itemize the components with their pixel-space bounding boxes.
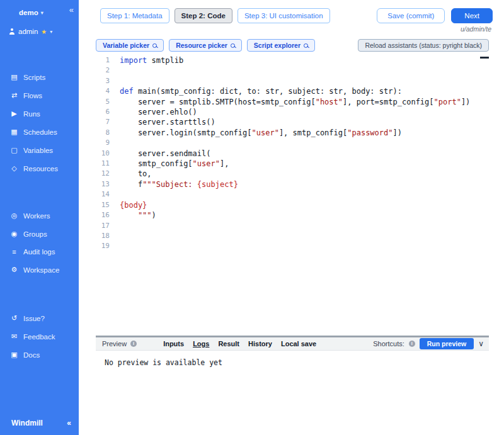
line-number: 17	[96, 221, 110, 231]
line-number: 12	[96, 169, 110, 179]
preview-message: No preview is available yet	[105, 358, 222, 367]
line-number: 14	[96, 189, 110, 200]
line-number: 9	[96, 138, 110, 148]
code-line: 18	[96, 231, 489, 241]
run-preview-button[interactable]: Run preview	[420, 338, 474, 349]
code-line: 10 server.sendmail(	[96, 149, 489, 159]
user-menu[interactable]: admin ★ ▾	[0, 16, 79, 35]
sidebar-footer-collapse-icon[interactable]: «	[67, 419, 71, 427]
resource-icon: ◇	[10, 164, 18, 172]
chevron-down-icon: ▾	[41, 10, 43, 16]
script-explorer-button[interactable]: Script explorer	[247, 39, 315, 52]
sidebar-item-label: Issue?	[23, 315, 45, 322]
worker-icon: ◎	[10, 212, 18, 220]
line-content: server.starttls()	[120, 117, 215, 127]
line-number: 2	[96, 65, 110, 76]
code-line: 14	[96, 189, 489, 200]
line-content: {body}	[120, 200, 147, 210]
sidebar-item-resources[interactable]: ◇Resources	[0, 159, 79, 178]
code-line: 2	[96, 65, 489, 76]
sidebar-item-feedback[interactable]: ✉Feedback	[0, 327, 79, 346]
resource-picker-button[interactable]: Resource picker	[169, 39, 242, 52]
sidebar-item-runs[interactable]: ▶Runs	[0, 105, 79, 123]
line-number: 11	[96, 159, 110, 169]
code-line: 8 server.login(smtp_config["user"], smtp…	[96, 128, 489, 138]
brand-label: Windmill	[11, 419, 43, 427]
code-line: 15{body}	[96, 200, 489, 210]
sidebar-item-label: Resources	[23, 165, 58, 172]
code-line: 9	[96, 138, 489, 148]
sidebar-item-label: Docs	[23, 351, 40, 359]
sidebar-item-docs[interactable]: ▣Docs	[0, 346, 79, 364]
sidebar-group-help: ↺Issue?✉Feedback▣Docs	[0, 309, 79, 364]
line-number: 8	[96, 128, 110, 138]
tab-inputs[interactable]: Inputs	[163, 340, 184, 347]
picker-label: Variable picker	[103, 42, 149, 49]
code-line: 12 to,	[96, 169, 489, 179]
line-content: smtp_config["user"],	[120, 159, 229, 169]
sidebar-item-variables[interactable]: ▢Variables	[0, 141, 79, 159]
workspace-switcher[interactable]: demo ▾	[0, 0, 79, 16]
sidebar-item-schedules[interactable]: ▦Schedules	[0, 123, 79, 141]
sidebar: « demo ▾ admin ★ ▾ ▤Scripts⇄Flows▶Runs▦S…	[0, 0, 79, 435]
line-number: 4	[96, 86, 110, 96]
save-commit-button[interactable]: Save (commit)	[377, 8, 445, 23]
preview-content: No preview is available yet	[96, 351, 489, 435]
code-editor[interactable]: 1import smtplib234def main(smtp_config: …	[96, 55, 489, 336]
user-icon	[9, 28, 15, 35]
picker-buttons: Variable pickerResource pickerScript exp…	[96, 39, 315, 52]
sidebar-item-workspace[interactable]: ⚙Workspace	[0, 261, 79, 279]
line-content: server.sendmail(	[120, 149, 211, 159]
code-icon: ▤	[10, 73, 18, 81]
search-icon	[304, 43, 308, 48]
wizard-steps: Step 1: MetadataStep 2: CodeStep 3: UI c…	[100, 8, 330, 23]
sidebar-item-issue[interactable]: ↺Issue?	[0, 309, 79, 327]
sidebar-item-flows[interactable]: ⇄Flows	[0, 86, 79, 105]
workspace-name: demo	[19, 9, 38, 16]
play-icon: ▶	[10, 110, 18, 118]
sidebar-item-workers[interactable]: ◎Workers	[0, 206, 79, 225]
line-number: 5	[96, 97, 110, 107]
info-icon: i	[409, 341, 415, 347]
preview-tabs: InputsLogsResultHistoryLocal save	[163, 340, 316, 347]
wizard-step-1[interactable]: Step 1: Metadata	[100, 8, 169, 23]
calendar-icon: ▦	[10, 128, 18, 136]
sidebar-item-label: Audit logs	[23, 248, 55, 256]
next-button[interactable]: Next	[451, 8, 493, 23]
sidebar-item-groups[interactable]: ◉Groups	[0, 225, 79, 243]
reload-assistants-button[interactable]: Reload assistants (status: pyright black…	[358, 39, 489, 52]
issue-icon: ↺	[10, 314, 18, 322]
variable-picker-button[interactable]: Variable picker	[96, 39, 164, 52]
picker-label: Script explorer	[254, 42, 301, 49]
script-path: u/admin/te	[79, 23, 504, 33]
sidebar-item-audit-logs[interactable]: ≡Audit logs	[0, 243, 79, 261]
line-content: def main(smtp_config: dict, to: str, sub…	[120, 86, 402, 96]
shortcuts-label: Shortcuts:	[373, 340, 404, 347]
tab-result[interactable]: Result	[218, 340, 239, 347]
sidebar-collapse-icon[interactable]: «	[69, 5, 74, 14]
collapse-panel-icon[interactable]: ∨	[478, 339, 484, 348]
line-number: 16	[96, 210, 110, 220]
user-name: admin	[18, 28, 38, 35]
wizard-step-2[interactable]: Step 2: Code	[175, 8, 232, 23]
sidebar-item-label: Flows	[23, 92, 42, 99]
editor-scrollbar[interactable]	[480, 57, 489, 59]
sidebar-item-scripts[interactable]: ▤Scripts	[0, 68, 79, 86]
tab-history[interactable]: History	[248, 340, 272, 347]
line-number: 3	[96, 76, 110, 86]
sidebar-item-label: Workers	[23, 212, 50, 220]
sidebar-footer: Windmill «	[0, 415, 79, 431]
feedback-icon: ✉	[10, 332, 18, 341]
code-line: 17	[96, 221, 489, 231]
chevron-down-icon: ▾	[50, 29, 52, 35]
line-content: import smtplib	[120, 55, 183, 65]
line-content: to,	[120, 169, 152, 179]
line-number: 1	[96, 55, 110, 65]
tab-logs[interactable]: Logs	[193, 340, 209, 347]
tab-local-save[interactable]: Local save	[281, 340, 316, 347]
preview-header: Preview i InputsLogsResultHistoryLocal s…	[96, 337, 489, 351]
code-line: 13 f"""Subject: {subject}	[96, 179, 489, 189]
sidebar-item-label: Schedules	[23, 128, 57, 136]
wizard-step-3[interactable]: Step 3: UI customisation	[238, 8, 330, 23]
search-icon	[231, 43, 235, 48]
